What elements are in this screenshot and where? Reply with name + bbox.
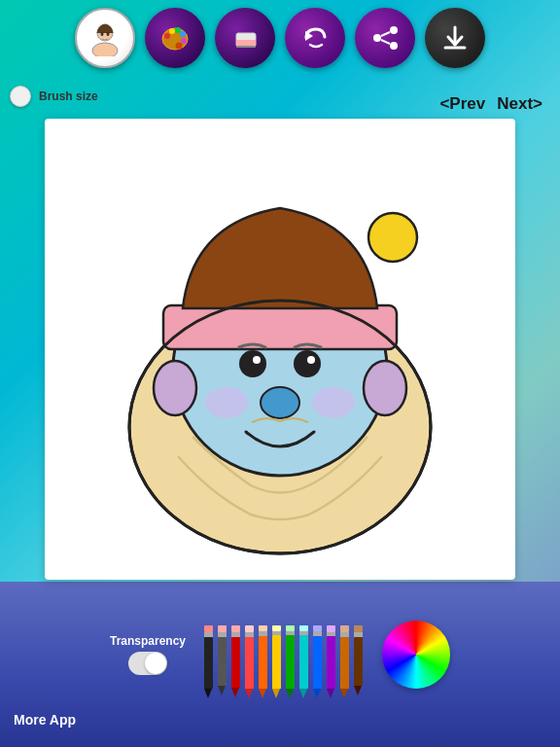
toolbar (0, 8, 560, 68)
pencil-green[interactable] (283, 625, 297, 698)
svg-point-16 (373, 34, 381, 42)
svg-rect-24 (163, 305, 397, 349)
pencil-brown[interactable] (337, 625, 351, 698)
svg-point-17 (390, 42, 398, 50)
drawing-canvas[interactable] (45, 119, 515, 580)
svg-point-22 (154, 361, 196, 415)
svg-point-3 (107, 32, 110, 36)
color-tools: Transparency (0, 611, 560, 698)
pencil-brightred[interactable] (242, 625, 256, 698)
palette-button[interactable] (145, 8, 205, 68)
svg-point-7 (175, 27, 181, 33)
svg-point-26 (239, 350, 266, 377)
svg-point-31 (205, 387, 248, 418)
svg-line-19 (381, 40, 390, 44)
pencil-blue[interactable] (310, 625, 324, 698)
svg-point-2 (101, 32, 104, 36)
svg-point-5 (164, 33, 170, 39)
pencils-container (201, 611, 365, 698)
svg-point-27 (294, 350, 321, 377)
share-button[interactable] (355, 8, 415, 68)
svg-point-10 (176, 43, 183, 50)
brush-size-area: Brush size (10, 86, 98, 107)
download-button[interactable] (425, 8, 485, 68)
prev-button[interactable]: <Prev (436, 92, 489, 116)
svg-point-6 (169, 28, 175, 34)
svg-point-30 (261, 387, 299, 418)
pencil-orange[interactable] (256, 625, 269, 698)
color-wheel[interactable] (382, 621, 450, 689)
svg-point-15 (390, 26, 398, 34)
svg-point-9 (181, 38, 187, 44)
svg-point-32 (312, 387, 355, 418)
transparency-section: Transparency (110, 634, 186, 675)
pencil-black[interactable] (201, 625, 215, 698)
svg-rect-13 (236, 46, 256, 48)
svg-point-23 (364, 361, 406, 415)
svg-point-1 (92, 43, 118, 56)
nav-buttons: <Prev Next> (436, 92, 546, 116)
svg-rect-12 (236, 40, 256, 47)
svg-line-18 (381, 32, 390, 36)
svg-point-25 (368, 213, 417, 262)
svg-point-29 (307, 356, 315, 364)
brush-slider-thumb[interactable] (10, 86, 31, 107)
pencil-purple[interactable] (324, 625, 337, 698)
svg-point-8 (180, 31, 186, 37)
pencil-darkgray[interactable] (215, 625, 228, 698)
pencil-yellow[interactable] (269, 625, 283, 698)
portrait-button[interactable] (75, 8, 135, 68)
more-app-button[interactable]: More App (14, 712, 76, 728)
brush-label: Brush size (39, 89, 98, 103)
eraser-button[interactable] (215, 8, 275, 68)
next-button[interactable]: Next> (493, 92, 546, 116)
pencil-cyan[interactable] (297, 625, 310, 698)
pencil-darkbrown[interactable] (351, 625, 365, 698)
transparency-label: Transparency (110, 634, 186, 648)
pencil-red[interactable] (228, 625, 242, 698)
svg-point-28 (253, 356, 261, 364)
undo-button[interactable] (285, 8, 345, 68)
transparency-toggle[interactable] (128, 652, 167, 675)
